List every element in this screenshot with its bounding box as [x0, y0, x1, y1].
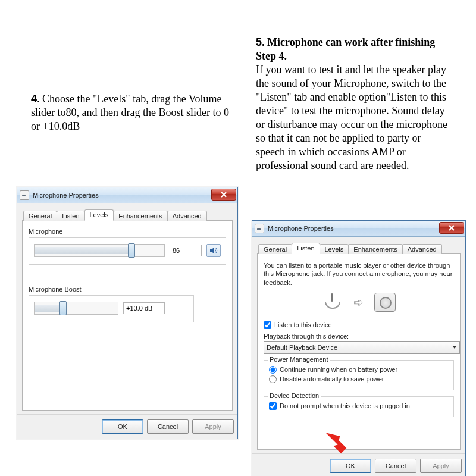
titlebar[interactable]: Microphone Properties: [252, 221, 465, 237]
cancel-button[interactable]: Cancel: [147, 419, 189, 434]
apply-button[interactable]: Apply: [192, 419, 234, 434]
dialog-buttons: OK Cancel Apply: [252, 453, 465, 476]
power-management-legend: Power Management: [268, 356, 330, 363]
tab-enhancements[interactable]: Enhancements: [113, 211, 167, 221]
pm-disable-input[interactable]: [269, 375, 277, 383]
listen-to-device-checkbox[interactable]: Listen to this device: [264, 321, 454, 329]
pm-disable-radio[interactable]: Disable automatically to save power: [269, 375, 449, 383]
listen-checkbox-label: Listen to this device: [274, 321, 332, 328]
do-not-prompt-checkbox[interactable]: Do not prompt when this device is plugge…: [269, 402, 449, 410]
audio-icon: [20, 190, 29, 200]
pm-disable-label: Disable automatically to save power: [280, 375, 384, 383]
tab-enhancements[interactable]: Enhancements: [348, 244, 402, 254]
close-button[interactable]: [211, 189, 236, 201]
do-not-prompt-input[interactable]: [269, 402, 277, 410]
step5-number: 5: [256, 36, 262, 48]
playback-device-dropdown[interactable]: Default Playback Device: [264, 341, 460, 354]
ok-button[interactable]: OK: [330, 459, 371, 473]
mute-button[interactable]: [206, 244, 221, 257]
pm-continue-input[interactable]: [269, 366, 277, 374]
microphone-volume-value: 86: [170, 245, 202, 256]
close-button[interactable]: [439, 222, 464, 234]
microphone-properties-dialog-levels: Microphone Properties General Listen Lev…: [17, 187, 238, 439]
step5-title: . Microphone can work after finishing St…: [256, 36, 435, 62]
speaker-icon: [209, 246, 218, 255]
microphone-boost-label: Microphone Boost: [29, 286, 226, 293]
microphone-label: Microphone: [29, 228, 226, 235]
playback-device-value: Default Playback Device: [267, 344, 337, 351]
microphone-icon: [322, 293, 343, 311]
dialog-buttons: OK Cancel Apply: [17, 414, 237, 439]
power-management-group: Power Management Continue running when o…: [264, 360, 454, 390]
tab-listen[interactable]: Listen: [57, 211, 84, 221]
tab-bar: General Listen Levels Enhancements Advan…: [257, 240, 461, 254]
audio-icon: [255, 224, 264, 233]
step4-number: 4: [31, 93, 37, 105]
step4-body: . Choose the "Levels" tab, drag the Volu…: [31, 93, 229, 132]
step4-instruction: 4. Choose the "Levels" tab, drag the Vol…: [31, 92, 233, 133]
tab-levels[interactable]: Levels: [320, 244, 349, 254]
arrow-icon: ➪: [353, 295, 364, 309]
pm-continue-label: Continue running when on battery power: [280, 366, 397, 373]
close-icon: [221, 192, 227, 198]
window-title: Microphone Properties: [33, 192, 99, 199]
window-title: Microphone Properties: [268, 225, 334, 232]
device-detection-group: Device Detection Do not prompt when this…: [264, 396, 454, 417]
close-icon: [449, 225, 455, 231]
cancel-button[interactable]: Cancel: [375, 459, 416, 473]
tab-advanced[interactable]: Advanced: [402, 244, 442, 254]
tab-listen[interactable]: Listen: [292, 243, 320, 254]
listen-checkbox-input[interactable]: [264, 321, 271, 329]
tab-general[interactable]: General: [258, 244, 292, 254]
tab-advanced[interactable]: Advanced: [167, 211, 207, 221]
playback-device-label: Playback through this device:: [264, 333, 454, 340]
tab-bar: General Listen Levels Enhancements Advan…: [22, 207, 233, 221]
do-not-prompt-label: Do not prompt when this device is plugge…: [280, 402, 410, 409]
tab-general[interactable]: General: [23, 211, 57, 221]
listen-diagram: ➪: [264, 293, 454, 312]
chevron-down-icon: [452, 346, 457, 349]
apply-button[interactable]: Apply: [420, 459, 462, 473]
microphone-volume-slider[interactable]: [34, 244, 165, 257]
ok-button[interactable]: OK: [102, 419, 143, 434]
microphone-boost-value: +10.0 dB: [123, 302, 165, 314]
step5-body: If you want to test it and let the speak…: [256, 64, 447, 171]
step5-instruction: 5. Microphone can work after finishing S…: [256, 36, 452, 173]
pm-continue-radio[interactable]: Continue running when on battery power: [269, 366, 449, 374]
microphone-boost-slider[interactable]: [34, 302, 118, 315]
device-detection-legend: Device Detection: [268, 392, 321, 399]
listen-description: You can listen to a portable music playe…: [264, 261, 454, 287]
separator: [29, 277, 226, 277]
tab-levels[interactable]: Levels: [84, 209, 114, 221]
titlebar[interactable]: Microphone Properties: [17, 187, 237, 203]
speaker-device-icon: [374, 293, 396, 312]
microphone-properties-dialog-listen: Microphone Properties General Listen Lev…: [252, 220, 466, 476]
